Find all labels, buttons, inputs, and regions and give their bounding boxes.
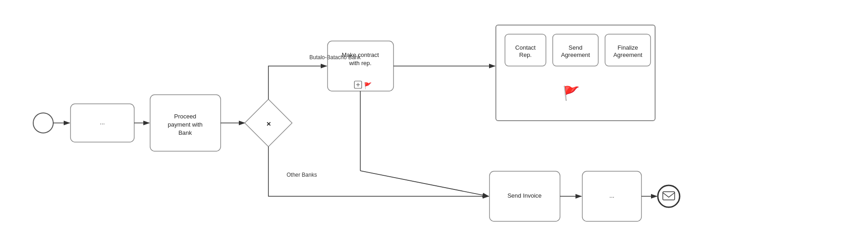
task-dots-label: ... xyxy=(100,119,105,126)
flag-icon-subprocess: 🚩 xyxy=(563,85,580,102)
start-event xyxy=(33,113,53,133)
arrow-contract-to-invoice-h xyxy=(360,171,489,196)
end-event-email xyxy=(658,185,680,207)
subprocess-contact-label2: Rep. xyxy=(519,51,531,58)
flag-icon-contract: 🚩 xyxy=(364,82,372,90)
task-invoice-label: Send Invoice xyxy=(507,192,541,199)
task-proceed-label2: payment with xyxy=(168,121,203,128)
arrow-gateway-to-contract xyxy=(268,66,327,99)
task-proceed-label: Proceed xyxy=(174,113,196,120)
envelope-flap xyxy=(663,193,675,197)
task-contract-label2: with rep. xyxy=(348,60,371,66)
task-proceed-label3: Bank xyxy=(178,129,192,136)
task-dots2-label: ... xyxy=(610,192,615,199)
bpmn-diagram: ... Proceed payment with Bank ✕ Butalo-B… xyxy=(0,0,868,245)
task-contract-label1: Make contract xyxy=(342,51,379,58)
subprocess-box xyxy=(496,25,655,121)
gateway-label: ✕ xyxy=(266,121,271,128)
subprocess-finalize-label2: Agreement xyxy=(613,51,642,58)
edge-label-other: Other Banks xyxy=(287,172,317,178)
subprocess-finalize-label1: Finalize xyxy=(618,44,638,51)
subprocess-agreement-label2: Agreement xyxy=(561,51,590,58)
subprocess-agreement-label1: Send xyxy=(569,44,582,51)
envelope-rect xyxy=(663,192,675,200)
subprocess-contact-label1: Contact xyxy=(515,44,536,51)
